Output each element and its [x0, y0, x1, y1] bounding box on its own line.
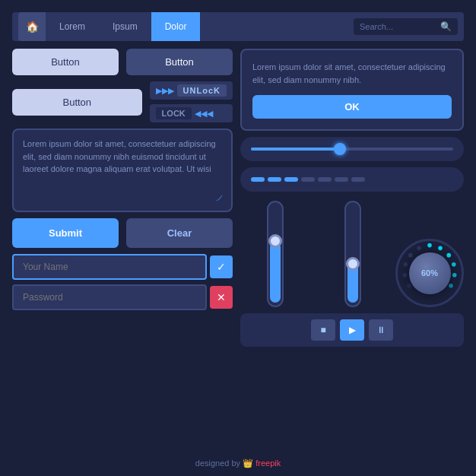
password-input[interactable] [12, 284, 207, 310]
knob-inner: 60% [409, 252, 451, 294]
left-panel: Button Button Button ▶▶▶ UNLocK LOCK ◀◀◀ [12, 49, 233, 347]
button-3[interactable]: Button [12, 89, 142, 116]
vert-fill-1 [270, 242, 281, 303]
lock-label: LOCK [156, 107, 192, 119]
vert-slider-2 [318, 201, 388, 307]
resize-icon: ⟋ [214, 190, 225, 206]
unlock-button[interactable]: ▶▶▶ UNLocK [150, 81, 233, 100]
lock-button[interactable]: LOCK ◀◀◀ [150, 104, 233, 122]
button-row-1: Button Button [12, 49, 233, 75]
svg-point-4 [452, 273, 457, 278]
unlock-arrows-icon: ▶▶▶ [156, 86, 174, 96]
slider-container[interactable] [240, 137, 464, 161]
knob-percent: 60% [421, 268, 438, 278]
footer: designed by 👑 freepik [0, 459, 476, 468]
slider-thumb[interactable] [334, 143, 346, 155]
svg-point-0 [427, 243, 432, 248]
nav-item-dolor[interactable]: Dolor [151, 12, 201, 41]
svg-point-5 [449, 284, 453, 288]
dialog-box: Lorem ipsum dolor sit amet, consectetuer… [240, 49, 464, 131]
svg-point-9 [403, 273, 408, 278]
navbar: 🏠 Lorem Ipsum Dolor 🔍 [12, 12, 464, 41]
vert-slider-1 [240, 201, 310, 307]
button-row-2: Button ▶▶▶ UNLocK LOCK ◀◀◀ [12, 81, 233, 122]
input-group: ✓ ✕ [12, 254, 233, 310]
dot-3 [284, 177, 298, 182]
slider-fill [251, 148, 342, 151]
svg-point-10 [407, 284, 411, 288]
dot-5 [318, 177, 332, 182]
lock-unlock-group: ▶▶▶ UNLocK LOCK ◀◀◀ [150, 81, 233, 122]
dot-2 [268, 177, 281, 182]
slider-track [251, 148, 453, 151]
button-1[interactable]: Button [12, 49, 119, 75]
play-button[interactable]: ▶ [340, 319, 364, 341]
vert-track-2[interactable] [344, 201, 361, 307]
name-check-icon[interactable]: ✓ [210, 255, 233, 278]
nav-home-icon[interactable]: 🏠 [18, 12, 46, 41]
dot-6 [335, 177, 348, 182]
lock-arrows-icon: ◀◀◀ [195, 109, 213, 119]
name-input[interactable] [12, 254, 207, 280]
vert-thumb-1[interactable] [268, 234, 282, 248]
textarea-text: Lorem ipsum dolor sit amet, consectetuer… [23, 139, 216, 173]
svg-point-3 [452, 262, 456, 267]
search-bar: 🔍 [354, 18, 458, 35]
right-panel: Lorem ipsum dolor sit amet, consectetuer… [240, 49, 464, 347]
vert-thumb-2[interactable] [346, 257, 360, 271]
knob-container[interactable]: 60% [395, 239, 464, 307]
dot-slider[interactable] [240, 167, 464, 192]
svg-point-1 [438, 246, 443, 251]
sliders-knob-row: 60% [240, 201, 464, 307]
dot-7 [351, 177, 365, 182]
nav-item-lorem[interactable]: Lorem [46, 12, 99, 41]
media-controls: ■ ▶ ⏸ [240, 313, 464, 347]
button-2[interactable]: Button [126, 49, 233, 75]
action-row: Submit Clear [12, 218, 233, 248]
svg-point-6 [417, 246, 421, 251]
knob-outer: 60% [395, 239, 464, 307]
pause-button[interactable]: ⏸ [369, 319, 393, 341]
clear-button[interactable]: Clear [126, 218, 233, 248]
main-row: Button Button Button ▶▶▶ UNLocK LOCK ◀◀◀ [12, 49, 464, 347]
name-input-row: ✓ [12, 254, 233, 280]
ok-button[interactable]: OK [252, 95, 452, 119]
footer-text: designed by [195, 459, 240, 468]
unlock-label: UNLocK [177, 84, 227, 97]
svg-point-7 [408, 253, 413, 258]
password-input-row: ✕ [12, 284, 233, 310]
footer-brand: 👑 freepik [243, 459, 281, 468]
submit-button[interactable]: Submit [12, 218, 119, 248]
search-icon: 🔍 [440, 21, 452, 32]
svg-point-2 [446, 253, 451, 258]
vert-track-1[interactable] [267, 201, 284, 307]
stop-button[interactable]: ■ [311, 319, 335, 341]
password-clear-icon[interactable]: ✕ [210, 286, 233, 309]
nav-item-ipsum[interactable]: Ipsum [99, 12, 151, 41]
search-input[interactable] [360, 22, 436, 31]
svg-point-8 [403, 262, 408, 267]
dialog-text: Lorem ipsum dolor sit amet, consectetuer… [252, 61, 452, 86]
dot-4 [301, 177, 315, 182]
dot-1 [251, 177, 265, 182]
textarea-box: Lorem ipsum dolor sit amet, consectetuer… [12, 129, 233, 212]
